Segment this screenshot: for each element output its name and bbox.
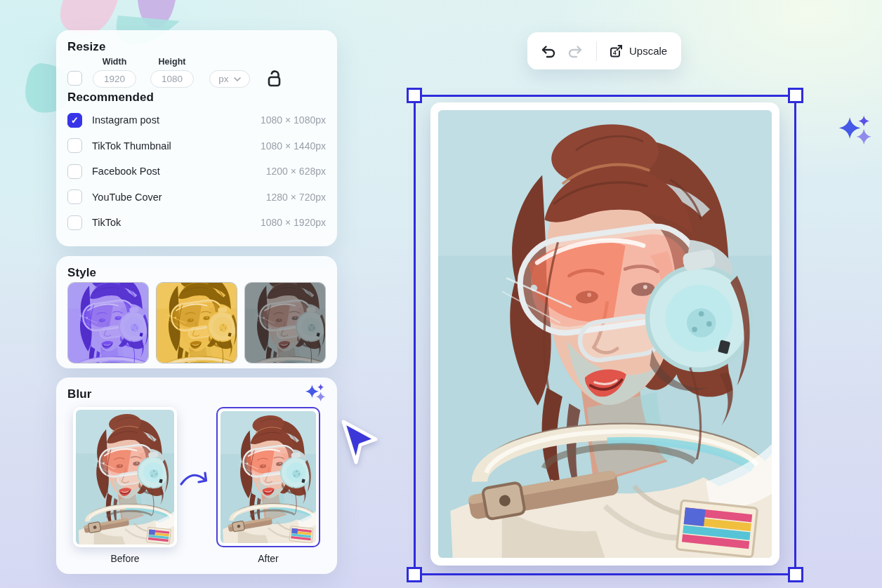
selection-frame[interactable]: [414, 95, 796, 575]
style-option-dark[interactable]: [244, 282, 326, 363]
upscale-button[interactable]: 4 Upscale: [608, 44, 667, 59]
width-input[interactable]: [93, 70, 136, 88]
preset-size: 1080 × 1080px: [261, 114, 326, 126]
selection-handle-bottom-left[interactable]: [407, 567, 422, 582]
svg-text:4: 4: [613, 49, 617, 56]
preset-checkbox[interactable]: ✓: [67, 164, 82, 179]
after-label: After: [216, 553, 320, 564]
preset-size: 1280 × 720px: [266, 192, 326, 203]
ai-sparkles-icon: [836, 115, 872, 146]
preset-row-tiktok[interactable]: ✓ TikTok 1080 × 1920px: [67, 214, 326, 231]
upscale-label: Upscale: [629, 45, 667, 57]
pointer-cursor-icon: [335, 418, 380, 466]
unlock-icon[interactable]: [266, 69, 282, 88]
height-input[interactable]: [150, 70, 194, 88]
chevron-down-icon: [234, 77, 241, 81]
selection-handle-top-left[interactable]: [407, 88, 422, 103]
preset-size: 1080 × 1920px: [261, 217, 326, 228]
style-thumbnail-image: [157, 283, 237, 363]
unit-value: px: [218, 74, 228, 84]
blur-title: Blur: [67, 387, 91, 401]
preset-checkbox[interactable]: ✓: [67, 138, 82, 153]
preset-row-youtube[interactable]: ✓ YouTube Cover 1280 × 720px: [67, 189, 326, 206]
transform-arrow-icon: [177, 466, 213, 494]
preset-label: TikTok: [92, 217, 121, 228]
before-label: Before: [73, 553, 177, 564]
undo-button[interactable]: [539, 41, 558, 61]
preset-size: 1080 × 1440px: [261, 140, 326, 152]
selection-handle-bottom-right[interactable]: [788, 567, 803, 582]
constrain-checkbox[interactable]: ✓: [67, 71, 82, 86]
preset-list: ✓ Instagram post 1080 × 1080px ✓ TikTok …: [67, 112, 326, 231]
preset-row-tiktok-thumbnail[interactable]: ✓ TikTok Thumbnail 1080 × 1440px: [67, 138, 326, 154]
style-options: [67, 282, 326, 363]
blur-before-image[interactable]: [73, 407, 177, 547]
redo-icon: [567, 44, 584, 58]
before-portrait-image: [76, 410, 174, 544]
resize-panel: Resize Width Height ✓ px Recommended ✓ I…: [56, 30, 337, 246]
preset-checkbox[interactable]: ✓: [67, 189, 82, 204]
style-option-purple[interactable]: [67, 282, 149, 363]
selection-handle-top-right[interactable]: [788, 88, 803, 103]
width-label: Width: [93, 57, 136, 67]
preset-label: Facebook Post: [92, 166, 160, 177]
ai-sparkles-icon: [303, 384, 326, 402]
style-title: Style: [67, 266, 96, 280]
style-option-golden[interactable]: [156, 282, 237, 363]
upscale-4x-icon: 4: [608, 44, 624, 59]
preset-label: YouTube Cover: [92, 192, 162, 203]
undo-icon: [540, 44, 557, 58]
blur-after-image[interactable]: [216, 407, 320, 547]
preset-checkbox[interactable]: ✓: [67, 215, 82, 230]
preset-label: TikTok Thumbnail: [92, 140, 171, 152]
style-panel: Style: [56, 256, 337, 368]
preset-label: Instagram post: [92, 114, 159, 126]
preset-size: 1200 × 628px: [266, 166, 326, 177]
style-thumbnail-image: [68, 283, 148, 363]
after-portrait-image: [220, 411, 316, 543]
preset-checkbox[interactable]: ✓: [67, 113, 82, 128]
app-window: Resize Width Height ✓ px Recommended ✓ I…: [0, 0, 882, 588]
redo-button[interactable]: [565, 41, 585, 61]
preset-row-instagram[interactable]: ✓ Instagram post 1080 × 1080px: [67, 112, 326, 128]
resize-title: Resize: [67, 40, 105, 54]
unit-select[interactable]: px: [209, 70, 250, 88]
height-label: Height: [150, 57, 194, 67]
preset-row-facebook[interactable]: ✓ Facebook Post 1200 × 628px: [67, 163, 326, 180]
canvas-toolbar: 4 Upscale: [527, 32, 681, 69]
toolbar-divider: [596, 41, 597, 61]
style-thumbnail-image: [245, 283, 325, 363]
check-icon: ✓: [71, 116, 79, 125]
blur-panel: Blur Before After: [56, 377, 337, 574]
recommended-title: Recommended: [67, 91, 154, 105]
